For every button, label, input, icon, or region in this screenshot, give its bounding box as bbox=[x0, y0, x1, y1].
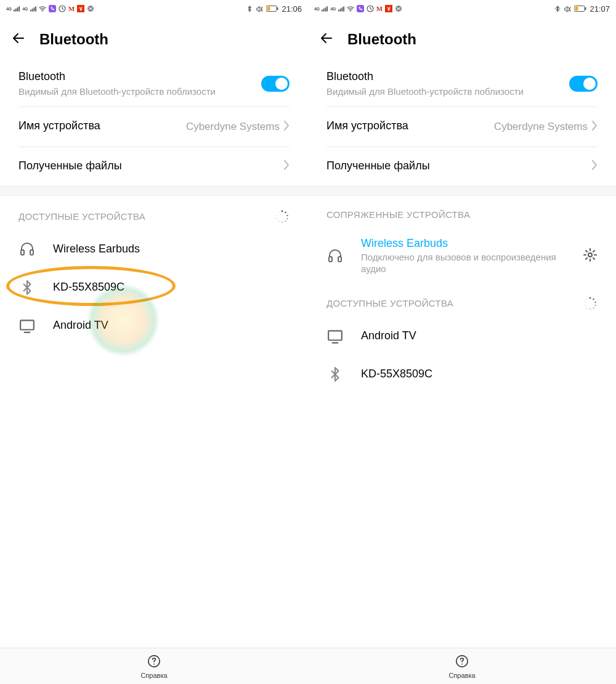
help-icon bbox=[455, 654, 469, 670]
device-name: Wireless Earbuds bbox=[53, 243, 290, 255]
battery-icon bbox=[266, 6, 278, 12]
app-icon bbox=[395, 5, 402, 12]
bluetooth-toggle-switch[interactable] bbox=[261, 76, 290, 92]
back-button[interactable] bbox=[319, 31, 334, 48]
chevron-right-icon bbox=[283, 121, 290, 133]
scanning-spinner-icon bbox=[583, 296, 598, 311]
battery-icon bbox=[574, 6, 586, 12]
chevron-right-icon bbox=[591, 160, 598, 172]
back-button[interactable] bbox=[11, 31, 26, 48]
mute-icon bbox=[256, 5, 263, 12]
device-kd55x[interactable]: KD-55X8509C bbox=[308, 355, 616, 393]
chevron-right-icon bbox=[591, 121, 598, 133]
screen-left: 4G 4G M ∨ 21:06 Bluetooth Bluetooth Види… bbox=[0, 0, 308, 684]
help-icon bbox=[147, 654, 161, 670]
status-time: 21:07 bbox=[590, 4, 610, 14]
aliexpress-icon: ∨ bbox=[385, 5, 392, 12]
clock-icon bbox=[367, 5, 374, 12]
signal-bars-icon bbox=[322, 6, 328, 12]
bluetooth-icon bbox=[326, 366, 344, 382]
device-wireless-earbuds[interactable]: Wireless Earbuds bbox=[0, 230, 308, 268]
page-title: Bluetooth bbox=[39, 31, 108, 48]
svg-point-27 bbox=[559, 8, 560, 9]
gmail-icon: M bbox=[376, 5, 383, 12]
wifi-icon bbox=[347, 6, 354, 12]
aliexpress-icon: ∨ bbox=[77, 5, 84, 12]
device-name: Android TV bbox=[53, 319, 290, 332]
headphones-icon bbox=[326, 248, 344, 264]
headphones-icon bbox=[18, 241, 36, 257]
available-devices-header: ДОСТУПНЫЕ УСТРОЙСТВА bbox=[0, 196, 308, 230]
device-kd55x[interactable]: KD-55X8509C bbox=[0, 268, 308, 307]
row-label: Полученные файлы bbox=[18, 158, 283, 174]
device-name: KD-55X8509C bbox=[53, 281, 290, 294]
signal-bars-icon bbox=[338, 6, 344, 12]
mute-icon bbox=[564, 5, 571, 12]
available-devices-header: ДОСТУПНЫЕ УСТРОЙСТВА bbox=[308, 286, 616, 317]
toggle-subtitle: Видимый для Bluetooth-устройств поблизос… bbox=[326, 86, 569, 98]
status-bar: 4G 4G M ∨ 21:07 bbox=[308, 0, 616, 17]
device-status: Подключено для вызовов и воспроизведения… bbox=[361, 251, 565, 275]
bluetooth-connected-icon bbox=[554, 5, 561, 12]
toggle-subtitle: Видимый для Bluetooth-устройств поблизос… bbox=[18, 86, 261, 98]
network-4g-icon: 4G bbox=[6, 7, 11, 11]
help-label: Справка bbox=[140, 672, 167, 679]
viber-icon bbox=[49, 5, 56, 12]
display-icon bbox=[18, 318, 36, 334]
paired-devices-header: СОПРЯЖЕННЫЕ УСТРОЙСТВА bbox=[308, 196, 616, 226]
page-title: Bluetooth bbox=[347, 31, 416, 48]
section-title: СОПРЯЖЕННЫЕ УСТРОЙСТВА bbox=[326, 209, 470, 220]
device-android-tv[interactable]: Android TV bbox=[0, 307, 308, 345]
network-4g-icon: 4G bbox=[314, 7, 319, 11]
help-button[interactable]: Справка bbox=[308, 648, 616, 684]
device-name: Android TV bbox=[361, 329, 598, 342]
status-bar: 4G 4G M ∨ 21:06 bbox=[0, 0, 308, 17]
network-4g-icon: 4G bbox=[330, 7, 335, 11]
paired-device-wireless-earbuds[interactable]: Wireless Earbuds Подключено для вызовов … bbox=[308, 226, 616, 286]
clock-icon bbox=[59, 5, 66, 12]
wifi-icon bbox=[39, 6, 46, 12]
network-4g-icon: 4G bbox=[22, 7, 27, 11]
app-icon bbox=[87, 5, 94, 12]
device-name-row[interactable]: Имя устройства Cyberdyne Systems bbox=[18, 107, 290, 147]
bluetooth-status-icon bbox=[246, 5, 253, 12]
row-value: Cyberdyne Systems bbox=[100, 121, 280, 133]
help-label: Справка bbox=[448, 672, 475, 679]
device-name: Wireless Earbuds bbox=[361, 237, 565, 250]
section-title: ДОСТУПНЫЕ УСТРОЙСТВА bbox=[326, 298, 453, 308]
page-header: Bluetooth bbox=[308, 17, 616, 63]
device-settings-button[interactable] bbox=[583, 247, 598, 265]
section-divider bbox=[0, 186, 308, 196]
help-button[interactable]: Справка bbox=[0, 648, 308, 684]
page-header: Bluetooth bbox=[0, 17, 308, 63]
viber-icon bbox=[357, 5, 364, 12]
gmail-icon: M bbox=[68, 5, 75, 12]
section-divider bbox=[308, 186, 616, 196]
received-files-row[interactable]: Полученные файлы bbox=[18, 147, 290, 186]
device-name: KD-55X8509C bbox=[361, 368, 598, 380]
scanning-spinner-icon bbox=[275, 209, 290, 224]
section-title: ДОСТУПНЫЕ УСТРОЙСТВА bbox=[18, 211, 145, 222]
device-android-tv[interactable]: Android TV bbox=[308, 317, 616, 355]
received-files-row[interactable]: Полученные файлы bbox=[326, 147, 598, 186]
signal-bars-icon bbox=[30, 6, 36, 12]
chevron-right-icon bbox=[283, 160, 290, 172]
row-label: Имя устройства bbox=[18, 118, 100, 134]
bluetooth-toggle-row[interactable]: Bluetooth Видимый для Bluetooth-устройст… bbox=[18, 63, 290, 107]
screen-right: 4G 4G M ∨ 21:07 Bluetooth Bluetooth Види… bbox=[308, 0, 616, 684]
display-icon bbox=[326, 328, 344, 344]
toggle-title: Bluetooth bbox=[326, 69, 569, 84]
row-label: Имя устройства bbox=[326, 118, 408, 134]
signal-bars-icon bbox=[14, 6, 20, 12]
row-value: Cyberdyne Systems bbox=[408, 121, 588, 133]
status-time: 21:06 bbox=[282, 4, 302, 14]
toggle-title: Bluetooth bbox=[18, 69, 261, 84]
device-name-row[interactable]: Имя устройства Cyberdyne Systems bbox=[326, 107, 598, 147]
bluetooth-icon bbox=[18, 280, 36, 296]
svg-point-26 bbox=[555, 8, 556, 9]
row-label: Полученные файлы bbox=[326, 158, 591, 174]
bluetooth-toggle-switch[interactable] bbox=[569, 76, 598, 92]
bluetooth-toggle-row[interactable]: Bluetooth Видимый для Bluetooth-устройст… bbox=[326, 63, 598, 107]
